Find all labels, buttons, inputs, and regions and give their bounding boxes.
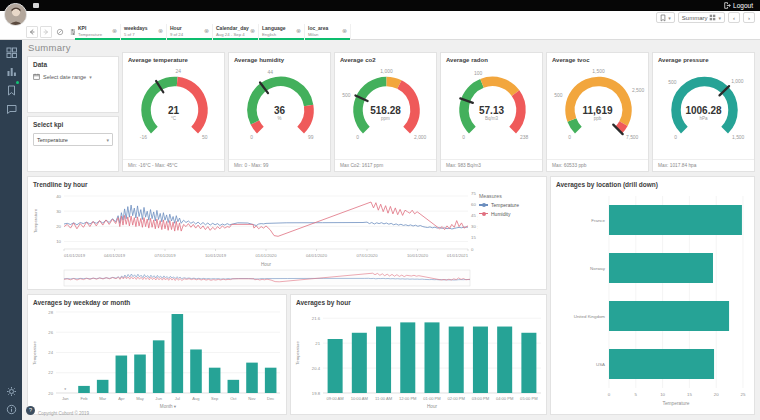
month-bar-chart[interactable]: 2022242628TemperatureJan*FebMarAprMayJun… <box>30 307 285 414</box>
svg-text:238: 238 <box>520 135 528 140</box>
clear-chip-icon[interactable]: ⊗ <box>341 28 348 35</box>
kpi-selected-value: Temperature <box>37 137 68 143</box>
svg-text:01/01/2019: 01/01/2019 <box>64 253 86 258</box>
clear-chip-icon[interactable]: ⊗ <box>203 28 210 35</box>
svg-text:Aug: Aug <box>192 396 200 401</box>
tvoc-gauge[interactable]: 05001,5002,5007,500 <box>551 66 646 150</box>
app-logo <box>33 3 39 8</box>
svg-text:0: 0 <box>250 135 253 140</box>
svg-text:21: 21 <box>315 341 320 346</box>
chip-field: loc_area <box>308 25 328 31</box>
svg-text:Humidity: Humidity <box>477 212 478 230</box>
selection-chip-weekdays[interactable]: weekdays 5 of 7 ⊗ <box>121 24 167 40</box>
bookmarks-button[interactable]: ▾ <box>656 12 675 23</box>
svg-text:15: 15 <box>687 392 692 397</box>
svg-text:Jun: Jun <box>155 396 162 401</box>
humidity-gauge[interactable]: 04499 <box>233 66 328 150</box>
info-icon[interactable] <box>6 401 17 412</box>
grid-icon[interactable] <box>6 44 17 55</box>
legend-title: Measures <box>479 193 543 199</box>
svg-text:0: 0 <box>462 135 465 140</box>
select-date-range-label: Select date range <box>43 74 86 80</box>
avatar[interactable] <box>4 3 27 26</box>
svg-text:30: 30 <box>56 209 61 214</box>
temperature-gauge[interactable]: -162450 <box>127 66 222 150</box>
selection-chip-calendar-day[interactable]: Calendar_day Aug 24 - Sep 4 ⊗ <box>213 24 259 40</box>
svg-text:Temperature: Temperature <box>33 208 38 233</box>
svg-text:04/01/2020: 04/01/2020 <box>306 253 328 258</box>
toolbar: ▾ Summary ▾ ‹ › <box>0 11 760 24</box>
kpi-filter-card: Select kpi Temperature ▾ <box>27 116 119 172</box>
chip-field: Hour <box>170 25 182 31</box>
left-sidebar <box>0 24 22 420</box>
comment-icon[interactable] <box>6 101 17 112</box>
next-sheet-button[interactable]: › <box>743 12 755 23</box>
location-bar-chart[interactable]: 0510152025FranceNorwayUnited KingdomUSAT… <box>553 190 753 414</box>
card-title: Trendline by hour <box>28 177 546 189</box>
svg-text:26: 26 <box>48 330 53 335</box>
svg-text:2,500: 2,500 <box>632 88 645 93</box>
gear-icon[interactable] <box>6 383 17 394</box>
svg-text:11:00 AM: 11:00 AM <box>375 396 393 401</box>
selection-chip-loc-area[interactable]: loc_area Milan ⊗ <box>305 24 351 40</box>
co2-gauge[interactable]: 05001,0002,000 <box>339 66 434 150</box>
bar-chart-icon[interactable] <box>6 63 17 74</box>
svg-text:03:00 PM: 03:00 PM <box>472 396 490 401</box>
clear-chip-icon[interactable]: ⊗ <box>249 28 256 35</box>
clear-chip-icon[interactable]: ⊗ <box>295 28 302 35</box>
select-date-range-button[interactable]: Select date range ▾ <box>33 73 113 80</box>
chip-value: Temperature <box>78 32 102 37</box>
card-title: Select kpi <box>28 117 118 129</box>
svg-text:*: * <box>64 387 66 393</box>
gauge-card-radon: Average radon 0100238 57.13 Bq/m3 Max: 9… <box>440 52 543 172</box>
previous-sheet-button[interactable]: ‹ <box>728 12 740 23</box>
svg-text:May: May <box>136 396 145 401</box>
kpi-select-dropdown[interactable]: Temperature ▾ <box>33 133 113 146</box>
svg-text:1,500: 1,500 <box>732 135 745 140</box>
trendline-chart[interactable]: 1020304001530456075TemperatureHumidity01… <box>30 189 478 289</box>
selections-forward-button[interactable] <box>40 26 52 38</box>
selection-indicator <box>305 38 350 40</box>
clear-chip-icon[interactable]: ⊗ <box>111 28 118 35</box>
selection-chip-kpi[interactable]: KPI Temperature ⊗ <box>75 24 121 40</box>
clear-chip-icon[interactable]: ⊗ <box>157 28 164 35</box>
svg-text:500: 500 <box>554 93 562 98</box>
svg-text:44: 44 <box>268 70 274 75</box>
svg-text:Dec: Dec <box>267 396 274 401</box>
svg-text:Oct: Oct <box>230 396 237 401</box>
logout-label: Logout <box>733 2 753 9</box>
svg-text:0: 0 <box>568 135 571 140</box>
svg-text:20.4: 20.4 <box>312 366 321 371</box>
selection-chip-hour[interactable]: Hour 9 of 24 ⊗ <box>167 24 213 40</box>
svg-text:France: France <box>591 218 605 223</box>
logout-button[interactable]: Logout <box>724 2 753 9</box>
gauge-card-co2: Average co2 05001,0002,000 518.28 ppm Ma… <box>334 52 437 172</box>
svg-text:75: 75 <box>471 191 476 196</box>
sheet-selector-button[interactable]: Summary ▾ <box>678 12 725 23</box>
chevron-down-icon: ▾ <box>106 137 109 143</box>
radon-gauge[interactable]: 0100238 <box>445 66 540 150</box>
svg-text:Jan: Jan <box>62 396 69 401</box>
svg-text:22: 22 <box>48 370 53 375</box>
svg-text:Mar: Mar <box>99 396 107 401</box>
pressure-gauge[interactable]: 05001,0001,500 <box>657 66 752 150</box>
svg-text:15: 15 <box>471 235 476 240</box>
svg-text:04:00 PM: 04:00 PM <box>496 396 514 401</box>
help-icon[interactable]: ? <box>26 406 35 415</box>
selection-indicator <box>259 38 304 40</box>
svg-text:0: 0 <box>356 135 359 140</box>
selections-back-button[interactable] <box>26 26 38 38</box>
bookmark-icon[interactable] <box>6 82 17 93</box>
clear-selections-button[interactable] <box>54 26 66 38</box>
chip-field: Language <box>262 25 286 31</box>
svg-text:01/01/2021: 01/01/2021 <box>447 253 469 258</box>
selection-chip-language[interactable]: Language English ⊗ <box>259 24 305 40</box>
svg-text:Feb: Feb <box>80 396 88 401</box>
svg-text:USA: USA <box>596 362 605 367</box>
legend-swatch <box>479 213 488 215</box>
svg-text:40: 40 <box>56 194 61 199</box>
trendline-card: Trendline by hour 1020304001530456075Tem… <box>27 176 547 290</box>
hour-bar-chart[interactable]: 19.820.42121.6Temperature09:00 AM10:00 A… <box>293 307 545 414</box>
top-system-bar: Logout <box>0 0 760 11</box>
svg-text:5: 5 <box>635 392 638 397</box>
